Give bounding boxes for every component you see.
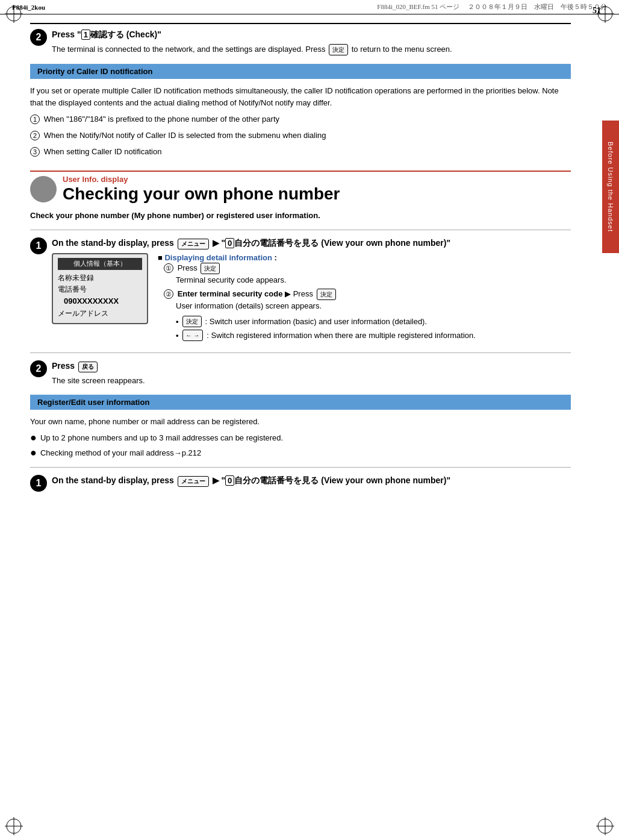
circle-b: ② [164, 289, 173, 299]
key-kettei-2: 決定 [201, 263, 220, 274]
bullet1-key: 決定 [182, 316, 202, 327]
priority-header: Priority of Caller ID notification [30, 64, 571, 79]
detail-bullets: • 決定 : Switch user information (basic) a… [176, 316, 571, 342]
step1-view-title: On the stand-by display, press メニュー ▶ "0… [52, 237, 571, 249]
page-number: 51 [593, 6, 601, 16]
screen-title-row: 個人情報（基本） [58, 258, 142, 270]
user-info-description: Check your phone number (My phone number… [30, 210, 571, 222]
priority-item1-text: When "186"/"184" is prefixed to the phon… [44, 114, 279, 124]
step1-view-inner: 個人情報（基本） 名称未登録 電話番号 090XXXXXXXX メールアドレス … [52, 253, 571, 344]
corner-tl-decoration [5, 5, 23, 23]
step2-top-title: Press "1確認する (Check)" [52, 29, 571, 41]
top-bar: F884i_2kou F884i_020_BEF.fm 51 ページ ２００８年… [0, 0, 619, 14]
step1-register-circle: 1 [30, 475, 47, 492]
step2-bottom-body: The site screen reappears. [52, 375, 571, 387]
user-info-section-heading: User Info. display Checking your own pho… [30, 171, 571, 204]
bullet2-dot: • [176, 330, 179, 342]
key-kettei-3: 決定 [317, 289, 336, 300]
step2-bottom-container: 2 Press 戻る The site screen reappears. [30, 360, 571, 387]
detail-sub-a-label: ① Press 決定 [164, 262, 571, 274]
register-bullet1-item: ● Up to 2 phone numbers and up to 3 mail… [30, 432, 571, 445]
circle-3: 3 [30, 147, 40, 157]
main-content: 2 Press "1確認する (Check)" The terminal is … [0, 14, 619, 512]
filepath-label: F884i_020_BEF.fm 51 ページ ２００８年１月９日 水曜日 午後… [377, 2, 607, 11]
detail-title-prefix: ■ [158, 253, 164, 262]
step1-register-title: On the stand-by display, press メニュー ▶ "0… [52, 475, 571, 487]
corner-br-decoration [596, 817, 614, 835]
bullet2-key: ← → [182, 330, 204, 341]
user-info-subtitle: User Info. display Checking your own pho… [30, 175, 571, 204]
step2-top-body: The terminal is connected to the network… [52, 43, 571, 55]
step1-register-row: 1 On the stand-by display, press メニュー ▶ … [30, 475, 571, 492]
detail-title-text: Displaying detail information [164, 253, 272, 262]
step1-view-row: 1 On the stand-by display, press メニュー ▶ … [30, 237, 571, 344]
step2-bottom-title: Press 戻る [52, 360, 571, 372]
priority-item1: 1 When "186"/"184" is prefixed to the ph… [30, 113, 571, 126]
register-section-header: Register/Edit user information [30, 395, 571, 410]
register-bullet2-dot: ● [30, 447, 37, 458]
user-info-main-title: Checking your own phone number [63, 184, 340, 204]
section-icon-circle [30, 176, 57, 202]
circle-2: 2 [30, 131, 40, 140]
step2-bottom-row: 2 Press 戻る The site screen reappears. [30, 360, 571, 387]
register-section-header-text: Register/Edit user information [37, 398, 149, 407]
step2-top-row: 2 Press "1確認する (Check)" The terminal is … [30, 29, 571, 55]
bullet1-text: : Switch user information (basic) and us… [205, 316, 428, 328]
bullet1-dot: • [176, 316, 179, 328]
detail-title-colon: : [275, 253, 277, 262]
step1-view-content: On the stand-by display, press メニュー ▶ "0… [52, 237, 571, 344]
user-info-subtitle-text: User Info. display [63, 175, 340, 184]
priority-item2-text: When the Notify/Not notify of Caller ID … [44, 131, 326, 140]
step1-view-container: 1 On the stand-by display, press メニュー ▶ … [30, 237, 571, 344]
side-tab-text: Before Using the Handset [607, 142, 614, 232]
step2-top-container: 2 Press "1確認する (Check)" The terminal is … [30, 29, 571, 55]
circle-a: ① [164, 263, 173, 273]
key-modoru: 戻る [78, 362, 98, 372]
detail-title: ■ Displaying detail information : [158, 253, 571, 262]
step2-top-content: Press "1確認する (Check)" The terminal is co… [52, 29, 571, 55]
key-menu-1: メニュー [178, 239, 209, 249]
step1-register-container: 1 On the stand-by display, press メニュー ▶ … [30, 475, 571, 492]
register-bullet1-text: Up to 2 phone numbers and up to 3 mail a… [40, 432, 283, 445]
screen-row1: 名称未登録 [58, 272, 142, 284]
register-bullet2-item: ● Checking method of your mail address→p… [30, 447, 571, 460]
priority-header-text: Priority of Caller ID notification [37, 67, 152, 76]
priority-body1: If you set or operate multiple Caller ID… [30, 85, 571, 110]
priority-item3: 3 When setting Caller ID notification [30, 146, 571, 158]
screen-mockup: 個人情報（基本） 名称未登録 電話番号 090XXXXXXXX メールアドレス [52, 253, 148, 324]
screen-row4: メールアドレス [58, 308, 142, 319]
detail-sub-b-text1: Enter terminal security code ▶ Press [178, 289, 316, 298]
corner-bl-decoration [5, 817, 23, 835]
detail-sub: ① Press 決定 Terminal security code appear… [164, 262, 571, 342]
user-info-titles: User Info. display Checking your own pho… [63, 175, 340, 204]
detail-sub-a-body: Terminal security code appears. [176, 274, 571, 286]
step1-register-content: On the stand-by display, press メニュー ▶ "0… [52, 475, 571, 487]
priority-item2: 2 When the Notify/Not notify of Caller I… [30, 130, 571, 142]
circle-1: 1 [30, 114, 40, 124]
step2-bottom-circle: 2 [30, 360, 47, 377]
detail-sub-b-body: User information (details) screen appear… [176, 300, 571, 312]
register-body1: Your own name, phone number or mail addr… [30, 416, 571, 428]
register-bullet2-text: Checking method of your mail address→p.2… [40, 447, 201, 460]
key-menu-2: メニュー [178, 476, 209, 487]
side-tab: Before Using the Handset [602, 121, 619, 253]
step2-bottom-content: Press 戻る The site screen reappears. [52, 360, 571, 387]
detail-bullet2: • ← → : Switch registered information wh… [176, 330, 571, 342]
detail-sub-a-label-text: Press [178, 263, 200, 272]
register-bullet1-dot: ● [30, 432, 37, 443]
step2-top-circle: 2 [30, 29, 47, 46]
key-kettei-1: 決定 [329, 44, 348, 55]
step1-view-circle: 1 [30, 237, 47, 254]
detail-sub-b-label: ② Enter terminal security code ▶ Press 決… [164, 288, 571, 300]
screen-row2: 電話番号 [58, 284, 142, 295]
detail-bullet1: • 決定 : Switch user information (basic) a… [176, 316, 571, 328]
screen-row3: 090XXXXXXXX [58, 295, 142, 308]
priority-item3-text: When setting Caller ID notification [44, 147, 162, 156]
detail-block: ■ Displaying detail information : ① Pres… [158, 253, 571, 344]
bullet2-text: : Switch registered information when the… [207, 330, 476, 342]
